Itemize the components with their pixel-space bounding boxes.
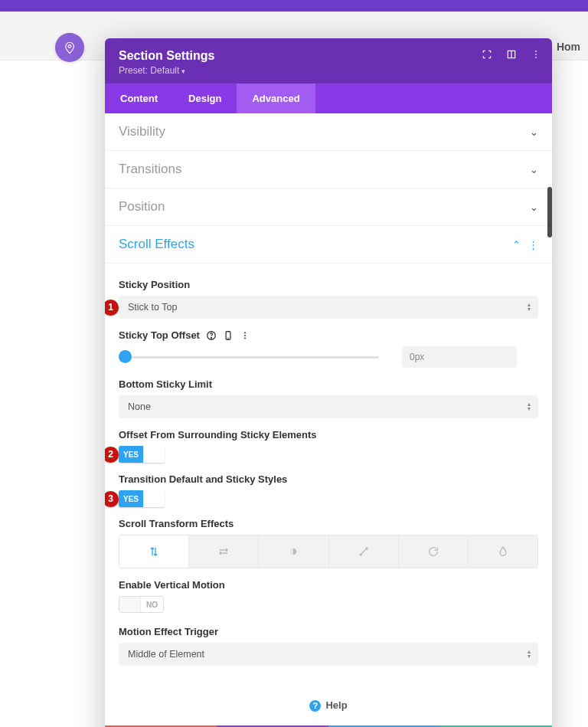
effect-tab-horizontal-motion[interactable] <box>189 535 259 568</box>
scroll-transform-tabs <box>119 535 538 568</box>
accordion-position[interactable]: Position ⌄ <box>105 188 552 226</box>
effect-tab-vertical-motion[interactable] <box>119 535 189 568</box>
svg-point-7 <box>211 337 211 338</box>
annotation-badge-1: 1 <box>105 300 119 316</box>
toggle-value: NO <box>141 601 163 609</box>
accordion-label: Scroll Effects <box>119 237 194 252</box>
map-pin-icon <box>63 41 77 54</box>
site-logo <box>55 33 84 62</box>
svg-point-4 <box>535 54 537 55</box>
tab-design[interactable]: Design <box>173 84 237 113</box>
annotation-badge-2: 2 <box>105 447 119 463</box>
toggle-value: YES <box>119 446 143 463</box>
chevron-down-icon: ⌄ <box>530 201 538 213</box>
chevron-down-icon: ⌄ <box>530 164 538 175</box>
scroll-transform-label: Scroll Transform Effects <box>119 518 538 529</box>
svg-point-11 <box>244 335 246 336</box>
chevron-down-icon: ⌄ <box>530 126 538 138</box>
svg-point-15 <box>366 548 368 549</box>
kebab-menu-icon[interactable] <box>240 330 250 341</box>
sticky-top-offset-label: Sticky Top Offset <box>119 329 538 341</box>
toggle-handle <box>143 490 165 507</box>
modal-title: Section Settings <box>119 49 538 63</box>
select-arrows-icon: ▴▾ <box>528 303 531 312</box>
accordion-visibility[interactable]: Visibility ⌄ <box>105 113 552 151</box>
accordion-label: Visibility <box>119 124 165 139</box>
tabs: Content Design Advanced <box>105 84 552 113</box>
accordion-scroll-effects[interactable]: Scroll Effects ⌃ ⋮ <box>105 226 552 264</box>
kebab-menu-icon[interactable]: ⋮ <box>528 239 538 251</box>
phone-icon[interactable] <box>223 330 234 341</box>
nav-home-link[interactable]: Hom <box>557 41 580 53</box>
help-circle-icon: ? <box>309 700 321 712</box>
toggle-handle <box>119 597 141 612</box>
motion-trigger-label: Motion Effect Trigger <box>119 626 538 637</box>
offset-surrounding-toggle[interactable]: YES <box>119 446 165 463</box>
svg-point-5 <box>535 57 537 58</box>
preset-selector[interactable]: Preset: Default <box>119 65 538 76</box>
sticky-top-offset-input[interactable]: 0px <box>402 346 517 368</box>
enable-vertical-label: Enable Vertical Motion <box>119 579 538 591</box>
effect-tab-fade[interactable] <box>259 535 328 568</box>
accordion-label: Position <box>119 199 165 214</box>
effect-tab-rotate[interactable] <box>399 535 469 568</box>
modal-header-actions <box>482 49 541 60</box>
bottom-sticky-limit-value: None <box>128 401 151 412</box>
panel-split-icon[interactable] <box>506 49 517 60</box>
page-top-band <box>0 0 588 11</box>
slider-thumb[interactable] <box>119 350 132 363</box>
svg-point-14 <box>360 554 361 555</box>
sticky-top-offset-slider[interactable] <box>119 349 379 365</box>
offset-surrounding-label: Offset From Surrounding Sticky Elements <box>119 429 538 440</box>
help-text: Help <box>325 699 347 711</box>
modal-header: Section Settings Preset: Default <box>105 38 552 84</box>
bottom-sticky-limit-label: Bottom Sticky Limit <box>119 378 538 390</box>
motion-trigger-select[interactable]: Middle of Element ▴▾ <box>119 643 538 666</box>
kebab-menu-icon[interactable] <box>531 49 541 60</box>
chevron-up-icon: ⌃ <box>512 239 521 251</box>
scrollbar-thumb[interactable] <box>547 187 552 237</box>
sticky-position-label: Sticky Position <box>119 279 538 290</box>
select-arrows-icon: ▴▾ <box>528 402 531 411</box>
settings-modal: Section Settings Preset: Default Content… <box>105 38 552 727</box>
svg-point-0 <box>68 45 71 48</box>
transition-styles-label: Transition Default and Sticky Styles <box>119 473 538 485</box>
enable-vertical-motion-toggle[interactable]: NO <box>119 596 164 613</box>
toggle-handle <box>143 446 165 463</box>
sticky-position-select[interactable]: Stick to Top ▴▾ <box>119 296 538 319</box>
annotation-badge-3: 3 <box>105 491 119 507</box>
transition-styles-toggle[interactable]: YES <box>119 490 165 507</box>
effect-tab-blur[interactable] <box>469 535 537 568</box>
bottom-sticky-limit-select[interactable]: None ▴▾ <box>119 395 538 418</box>
expand-icon[interactable] <box>482 49 492 60</box>
toggle-value: YES <box>119 490 143 507</box>
help-icon[interactable] <box>206 330 217 341</box>
svg-point-12 <box>244 337 246 339</box>
svg-point-10 <box>244 332 246 333</box>
svg-point-3 <box>535 51 537 52</box>
tab-content[interactable]: Content <box>105 84 173 113</box>
sticky-position-value: Stick to Top <box>128 302 177 313</box>
scroll-effects-panel: Sticky Position 1 Stick to Top ▴▾ Sticky… <box>105 264 552 676</box>
motion-trigger-value: Middle of Element <box>128 649 204 660</box>
modal-body: Visibility ⌄ Transitions ⌄ Position ⌄ Sc… <box>105 113 552 725</box>
tab-advanced[interactable]: Advanced <box>237 84 315 113</box>
help-link[interactable]: ?Help <box>105 676 552 725</box>
select-arrows-icon: ▴▾ <box>528 650 531 659</box>
accordion-label: Transitions <box>119 162 182 177</box>
effect-tab-scale[interactable] <box>329 535 399 568</box>
slider-track <box>119 356 379 359</box>
accordion-transitions[interactable]: Transitions ⌄ <box>105 151 552 188</box>
